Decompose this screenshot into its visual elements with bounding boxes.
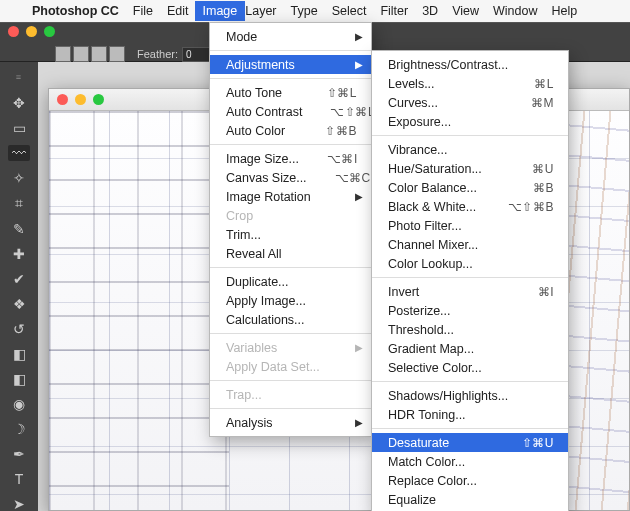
window-controls[interactable] [8,26,55,37]
healing-brush-tool[interactable]: ✚ [8,246,30,262]
adjustments-menu-item-label: Vibrance... [388,143,554,157]
adjustments-menu-item-label: Invert [388,285,538,299]
adjustments-menu-item[interactable]: Levels...⌘L [372,74,568,93]
adjustments-menu-item-label: HDR Toning... [388,408,554,422]
brush-tool[interactable]: ✔ [8,271,30,287]
image-menu-item[interactable]: Mode▶ [210,27,371,46]
adjustments-menu-item[interactable]: Equalize [372,490,568,509]
adjustments-menu-item[interactable]: Vibrance... [372,140,568,159]
marquee-tool[interactable]: ▭ [8,120,30,136]
move-tool[interactable]: ✥ [8,95,30,111]
image-menu-item: Trap... [210,385,371,404]
image-menu-item-label: Trap... [226,388,357,402]
zoom-icon[interactable] [93,94,104,105]
adjustments-menu-item[interactable]: Channel Mixer... [372,235,568,254]
menu-image[interactable]: Image [195,1,246,21]
adjustments-menu-item[interactable]: Color Lookup... [372,254,568,273]
adjustments-menu-item[interactable]: Threshold... [372,320,568,339]
adjustments-menu-item[interactable]: Shadows/Highlights... [372,386,568,405]
image-menu-item[interactable]: Apply Image... [210,291,371,310]
image-menu-item[interactable]: Auto Tone⇧⌘L [210,83,371,102]
app-name[interactable]: Photoshop CC [32,4,119,18]
gradient-tool[interactable]: ◧ [8,371,30,387]
path-select-tool[interactable]: ➤ [8,496,30,511]
adjustments-menu-item-label: Brightness/Contrast... [388,58,554,72]
adjustments-menu-item[interactable]: Photo Filter... [372,216,568,235]
image-menu-item[interactable]: Auto Contrast⌥⇧⌘L [210,102,371,121]
image-menu-item-label: Auto Color [226,124,325,138]
shortcut-label: ⌘L [534,77,554,91]
shortcut-label: ⌘I [538,285,554,299]
adjustments-menu-item[interactable]: Brightness/Contrast... [372,55,568,74]
minimize-icon[interactable] [75,94,86,105]
adjustments-menu-item-label: Shadows/Highlights... [388,389,554,403]
image-menu-item[interactable]: Duplicate... [210,272,371,291]
adjustments-menu-item[interactable]: HDR Toning... [372,405,568,424]
image-menu-item-label: Canvas Size... [226,171,335,185]
adjustments-menu-item-label: Desaturate [388,436,522,450]
pen-tool[interactable]: ✒ [8,446,30,462]
menu-view[interactable]: View [452,4,479,18]
image-menu-item-label: Apply Data Set... [226,360,357,374]
menu-layer[interactable]: Layer [245,4,276,18]
adjustments-menu-item-label: Threshold... [388,323,554,337]
menu-edit[interactable]: Edit [167,4,189,18]
menu-select[interactable]: Select [332,4,367,18]
toolbox-grip-icon[interactable]: ≡ [11,72,27,82]
image-menu-item[interactable]: Reveal All [210,244,371,263]
image-menu-item[interactable]: Trim... [210,225,371,244]
shortcut-label: ⌘M [531,96,554,110]
image-menu-item[interactable]: Image Size...⌥⌘I [210,149,371,168]
image-menu-separator [210,333,371,334]
menu-help[interactable]: Help [552,4,578,18]
zoom-icon[interactable] [44,26,55,37]
menu-window[interactable]: Window [493,4,537,18]
adjustments-menu-item[interactable]: Invert⌘I [372,282,568,301]
adjustments-menu-item[interactable]: Black & White...⌥⇧⌘B [372,197,568,216]
lasso-tool[interactable]: 〰 [8,145,30,161]
menu-type[interactable]: Type [291,4,318,18]
minimize-icon[interactable] [26,26,37,37]
adjustments-menu-item[interactable]: Desaturate⇧⌘U [372,433,568,452]
type-tool[interactable]: T [8,471,30,487]
blur-tool[interactable]: ◉ [8,396,30,412]
eyedropper-tool[interactable]: ✎ [8,221,30,237]
image-menu-item[interactable]: Adjustments▶ [210,55,371,74]
crop-tool[interactable]: ⌗ [8,195,30,212]
adjustments-menu-item-label: Posterize... [388,304,554,318]
image-menu-item[interactable]: Auto Color⇧⌘B [210,121,371,140]
menu-filter[interactable]: Filter [380,4,408,18]
shortcut-label: ⌘U [532,162,554,176]
adjustments-menu-item-label: Hue/Saturation... [388,162,532,176]
image-menu-item-label: Mode [226,30,357,44]
adjustments-menu-item[interactable]: Replace Color... [372,471,568,490]
adjustments-menu-item[interactable]: Selective Color... [372,358,568,377]
adjustments-menu-item[interactable]: Hue/Saturation...⌘U [372,159,568,178]
adjustments-menu-item[interactable]: Posterize... [372,301,568,320]
adjustments-menu-item[interactable]: Gradient Map... [372,339,568,358]
image-menu-item[interactable]: Analysis▶ [210,413,371,432]
eraser-tool[interactable]: ◧ [8,346,30,362]
image-menu-item[interactable]: Calculations... [210,310,371,329]
image-menu-item-label: Auto Contrast [226,105,330,119]
close-icon[interactable] [57,94,68,105]
doc-window-controls[interactable] [57,94,104,105]
menu-file[interactable]: File [133,4,153,18]
submenu-arrow-icon: ▶ [355,59,363,70]
lasso-mode-icons[interactable] [55,46,127,62]
image-menu-item[interactable]: Image Rotation▶ [210,187,371,206]
adjustments-menu-item[interactable]: Match Color... [372,452,568,471]
shortcut-label: ⌥⇧⌘L [330,105,375,119]
adjustments-menu-item[interactable]: Curves...⌘M [372,93,568,112]
clone-stamp-tool[interactable]: ❖ [8,296,30,312]
image-menu-item-label: Reveal All [226,247,357,261]
image-menu-item[interactable]: Canvas Size...⌥⌘C [210,168,371,187]
adjustments-menu-item[interactable]: Color Balance...⌘B [372,178,568,197]
history-brush-tool[interactable]: ↺ [8,321,30,337]
close-icon[interactable] [8,26,19,37]
adjustments-menu-item[interactable]: Exposure... [372,112,568,131]
magic-wand-tool[interactable]: ✧ [8,170,30,186]
dodge-tool[interactable]: ☽ [8,421,30,437]
toolbox: ≡ ✥▭〰✧⌗✎✚✔❖↺◧◧◉☽✒T➤ [0,62,38,511]
menu-3d[interactable]: 3D [422,4,438,18]
